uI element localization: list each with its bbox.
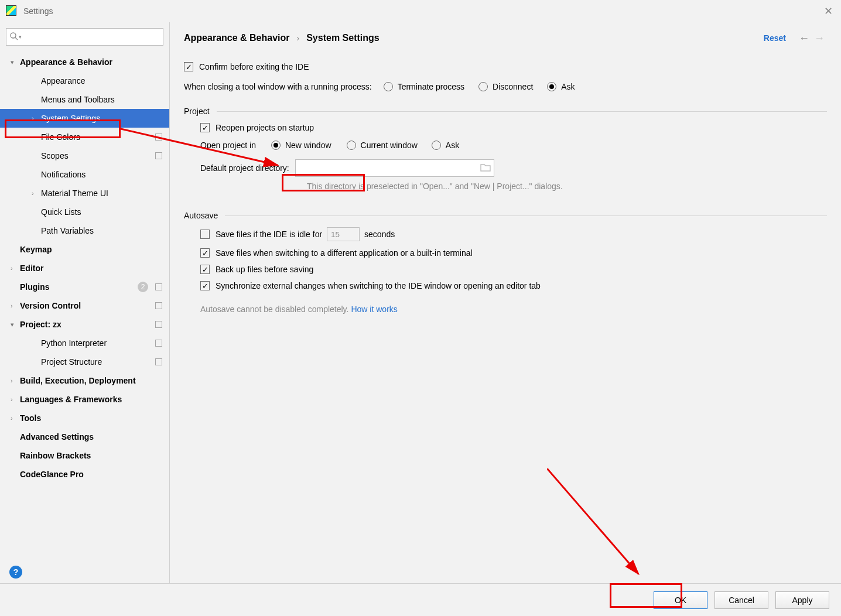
new-window-radio[interactable]	[271, 141, 281, 150]
sidebar-item-label: Menus and Toolbars	[41, 95, 162, 104]
confirm-exit-checkbox[interactable]	[184, 62, 193, 71]
terminate-radio[interactable]	[384, 82, 393, 91]
folder-icon[interactable]	[480, 163, 491, 174]
sidebar-item-rainbow-brackets[interactable]: Rainbow Brackets	[0, 446, 169, 465]
terminate-label: Terminate process	[398, 82, 464, 91]
sidebar-item-project-structure[interactable]: Project Structure	[0, 353, 169, 371]
how-it-works-link[interactable]: How it works	[351, 304, 397, 314]
idle-seconds-input[interactable]	[327, 227, 360, 241]
default-dir-label: Default project directory:	[200, 163, 289, 173]
sidebar-item-label: Rainbow Brackets	[20, 451, 162, 460]
search-icon	[9, 32, 19, 43]
disconnect-radio[interactable]	[478, 82, 488, 91]
sidebar-item-system-settings[interactable]: ›System Settings	[0, 109, 169, 128]
sidebar-item-menus-and-toolbars[interactable]: Menus and Toolbars	[0, 90, 169, 109]
save-switch-checkbox[interactable]	[200, 248, 210, 258]
sidebar-item-notifications[interactable]: Notifications	[0, 165, 169, 184]
ask-label: Ask	[561, 82, 575, 91]
reset-link[interactable]: Reset	[764, 33, 786, 43]
save-switch-label: Save files when switching to a different…	[216, 248, 473, 258]
sidebar-item-plugins[interactable]: Plugins2	[0, 278, 169, 296]
sidebar-item-label: Appearance & Behavior	[20, 57, 162, 67]
sidebar-item-python-interpreter[interactable]: Python Interpreter	[0, 334, 169, 353]
sidebar-item-advanced-settings[interactable]: Advanced Settings	[0, 427, 169, 446]
project-scope-icon	[155, 358, 162, 365]
settings-tree: ▾Appearance & BehaviorAppearanceMenus an…	[0, 49, 169, 561]
current-window-radio[interactable]	[347, 141, 356, 150]
sidebar-item-label: Project Structure	[41, 357, 152, 367]
forward-icon[interactable]: →	[814, 32, 825, 45]
sidebar-item-tools[interactable]: ›Tools	[0, 409, 169, 427]
sidebar-item-label: Project: zx	[20, 320, 152, 329]
disconnect-label: Disconnect	[493, 82, 533, 91]
sidebar-item-material-theme-ui[interactable]: ›Material Theme UI	[0, 184, 169, 203]
chevron-icon: ▾	[11, 59, 18, 66]
autosave-section-title: Autosave	[184, 211, 827, 220]
chevron-icon: ›	[11, 415, 18, 422]
search-input[interactable]	[6, 28, 163, 46]
sidebar-item-label: Scopes	[41, 151, 152, 160]
open-project-in-label: Open project in	[200, 141, 256, 150]
app-icon	[6, 5, 18, 17]
ok-button[interactable]: OK	[654, 591, 707, 609]
sidebar-item-label: Notifications	[41, 170, 162, 179]
chevron-icon: ›	[11, 302, 18, 309]
sidebar-item-label: Python Interpreter	[41, 338, 152, 348]
sidebar-item-label: CodeGlance Pro	[20, 470, 162, 479]
project-scope-icon	[155, 134, 162, 141]
project-scope-icon	[155, 152, 162, 159]
help-icon[interactable]: ?	[9, 566, 22, 579]
backup-label: Back up files before saving	[216, 265, 313, 274]
project-scope-icon	[155, 283, 162, 290]
sidebar-item-quick-lists[interactable]: Quick Lists	[0, 203, 169, 221]
default-dir-input[interactable]	[295, 159, 494, 177]
sidebar-item-label: Languages & Frameworks	[20, 395, 162, 404]
sidebar-item-path-variables[interactable]: Path Variables	[0, 221, 169, 240]
default-dir-hint: This directory is preselected in "Open..…	[307, 182, 563, 191]
sidebar-item-version-control[interactable]: ›Version Control	[0, 296, 169, 315]
sidebar-item-file-colors[interactable]: File Colors	[0, 128, 169, 146]
sidebar-item-languages-frameworks[interactable]: ›Languages & Frameworks	[0, 390, 169, 409]
sidebar-item-label: Quick Lists	[41, 207, 162, 217]
badge: 2	[138, 282, 148, 292]
project-scope-icon	[155, 321, 162, 328]
close-icon[interactable]: ✕	[824, 5, 833, 18]
sidebar-item-build-execution-deployment[interactable]: ›Build, Execution, Deployment	[0, 371, 169, 390]
sidebar-item-label: Plugins	[20, 282, 138, 292]
sidebar-item-keymap[interactable]: Keymap	[0, 240, 169, 259]
confirm-exit-label: Confirm before exiting the IDE	[199, 62, 309, 71]
chevron-icon: ›	[32, 115, 39, 122]
chevron-icon: ›	[32, 190, 39, 197]
back-icon[interactable]: ←	[799, 32, 809, 45]
apply-button[interactable]: Apply	[775, 591, 829, 609]
chevron-right-icon: ›	[297, 33, 300, 43]
sync-checkbox[interactable]	[200, 281, 210, 290]
chevron-icon: ›	[11, 396, 18, 403]
backup-checkbox[interactable]	[200, 265, 210, 274]
sidebar-item-appearance-behavior[interactable]: ▾Appearance & Behavior	[0, 53, 169, 71]
cancel-button[interactable]: Cancel	[714, 591, 768, 609]
save-idle-checkbox[interactable]	[200, 230, 210, 239]
sidebar-item-editor[interactable]: ›Editor	[0, 259, 169, 278]
sidebar-item-label: Path Variables	[41, 226, 162, 235]
sidebar-item-label: Tools	[20, 413, 162, 423]
sidebar-item-project-zx[interactable]: ▾Project: zx	[0, 315, 169, 334]
current-window-label: Current window	[361, 141, 418, 150]
search-field[interactable]: ▾	[6, 28, 163, 46]
sync-label: Synchronize external changes when switch…	[216, 281, 541, 290]
settings-sidebar: ▾ ▾Appearance & BehaviorAppearanceMenus …	[0, 22, 170, 583]
project-section-title: Project	[184, 107, 827, 116]
sidebar-item-appearance[interactable]: Appearance	[0, 71, 169, 90]
breadcrumb-root[interactable]: Appearance & Behavior	[184, 33, 290, 43]
sidebar-item-label: File Colors	[41, 132, 152, 142]
sidebar-item-scopes[interactable]: Scopes	[0, 146, 169, 165]
project-scope-icon	[155, 340, 162, 347]
reopen-projects-checkbox[interactable]	[200, 123, 210, 132]
open-ask-radio[interactable]	[432, 141, 441, 150]
sidebar-item-codeglance-pro[interactable]: CodeGlance Pro	[0, 465, 169, 484]
window-title: Settings	[23, 6, 53, 16]
chevron-down-icon[interactable]: ▾	[19, 34, 22, 40]
chevron-icon: ›	[11, 265, 18, 272]
project-scope-icon	[155, 302, 162, 309]
ask-radio[interactable]	[547, 82, 556, 91]
